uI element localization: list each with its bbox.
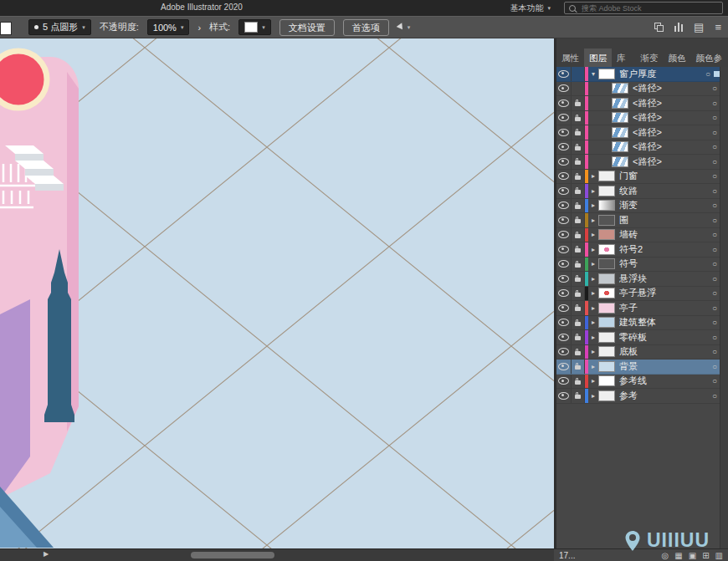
- layer-row[interactable]: <路径>○: [556, 125, 720, 140]
- target-circle[interactable]: ○: [709, 99, 720, 108]
- layer-row[interactable]: ▸零碎板○: [556, 330, 720, 345]
- visibility-toggle[interactable]: [556, 345, 572, 360]
- target-circle[interactable]: ○: [709, 259, 720, 268]
- opacity-dropdown[interactable]: 100% ▾: [147, 19, 190, 35]
- layer-name[interactable]: 符号2: [619, 243, 709, 256]
- layer-name[interactable]: 建筑整体: [619, 316, 709, 329]
- layer-name[interactable]: 窗户厚度: [619, 68, 702, 80]
- style-swatch-dropdown[interactable]: ▾: [238, 19, 271, 35]
- expand-chevron[interactable]: ›: [197, 23, 201, 33]
- layer-thumbnail[interactable]: [598, 361, 615, 372]
- target-circle[interactable]: ○: [709, 201, 720, 210]
- layer-row[interactable]: ▸参考线○: [556, 375, 720, 390]
- layer-name[interactable]: 悬浮块: [619, 273, 709, 285]
- layer-thumbnail[interactable]: [598, 346, 615, 357]
- chevron-right-icon[interactable]: ▸: [588, 348, 598, 355]
- visibility-toggle[interactable]: [556, 360, 572, 374]
- visibility-toggle[interactable]: [556, 375, 572, 389]
- tab-渐变[interactable]: 渐变: [636, 48, 664, 67]
- target-circle[interactable]: ○: [709, 157, 720, 166]
- target-circle[interactable]: ○: [709, 216, 720, 225]
- target-circle[interactable]: ○: [709, 274, 720, 283]
- layer-thumbnail[interactable]: [598, 258, 615, 269]
- chevron-right-icon[interactable]: ▸: [588, 231, 598, 238]
- visibility-toggle[interactable]: [556, 184, 572, 198]
- tab-属性[interactable]: 属性: [556, 48, 584, 67]
- visibility-toggle[interactable]: [556, 96, 572, 110]
- chevron-right-icon[interactable]: ▸: [588, 187, 598, 195]
- layer-thumbnail[interactable]: [612, 127, 628, 138]
- layer-name[interactable]: 零碎板: [619, 331, 709, 344]
- arrange-icon[interactable]: [654, 23, 664, 32]
- layer-row[interactable]: ▸纹路○: [556, 184, 720, 199]
- visibility-toggle[interactable]: [556, 170, 572, 184]
- layer-row[interactable]: ▸圈○: [556, 213, 720, 228]
- visibility-toggle[interactable]: [556, 228, 572, 242]
- layer-name[interactable]: <路径>: [633, 140, 709, 153]
- chevron-right-icon[interactable]: ▸: [588, 172, 598, 180]
- target-circle[interactable]: ○: [709, 171, 720, 181]
- layer-row[interactable]: <路径>○: [556, 155, 720, 170]
- target-circle[interactable]: ○: [709, 362, 720, 371]
- tab-图层[interactable]: 图层: [584, 48, 612, 67]
- layer-name[interactable]: 底板: [619, 345, 709, 358]
- lock-toggle[interactable]: [572, 287, 585, 301]
- target-circle[interactable]: ○: [709, 245, 720, 254]
- panel-scrollbar[interactable]: [720, 67, 728, 548]
- stock-search[interactable]: [564, 2, 723, 14]
- layer-row[interactable]: ▸悬浮块○: [556, 272, 720, 287]
- target-circle[interactable]: ○: [709, 303, 720, 313]
- lock-toggle[interactable]: [572, 301, 585, 315]
- lock-toggle[interactable]: [572, 345, 585, 360]
- lock-toggle[interactable]: [572, 272, 585, 286]
- chevron-right-icon[interactable]: ▸: [588, 260, 598, 268]
- fill-swatch[interactable]: [0, 22, 12, 35]
- layer-thumbnail[interactable]: [598, 186, 615, 196]
- layer-thumbnail[interactable]: [598, 332, 615, 343]
- layer-row[interactable]: <路径>○: [556, 82, 720, 97]
- layer-thumbnail[interactable]: [598, 390, 615, 401]
- delete-layer-icon[interactable]: ▥: [715, 551, 723, 560]
- target-circle[interactable]: ○: [702, 69, 714, 79]
- visibility-toggle[interactable]: [556, 330, 572, 344]
- visibility-toggle[interactable]: [556, 213, 572, 227]
- lock-toggle[interactable]: [572, 96, 585, 110]
- layer-row[interactable]: ▸门窗○: [556, 170, 720, 185]
- layer-thumbnail[interactable]: [598, 69, 615, 79]
- layer-name[interactable]: 亭子悬浮: [619, 287, 709, 299]
- layer-thumbnail[interactable]: [598, 244, 615, 255]
- target-circle[interactable]: ○: [709, 186, 720, 196]
- visibility-toggle[interactable]: [556, 287, 572, 301]
- layer-name[interactable]: 渐变: [619, 199, 709, 212]
- layer-thumbnail[interactable]: [598, 375, 615, 386]
- target-circle[interactable]: ○: [709, 230, 720, 239]
- layer-row[interactable]: ▸建筑整体○: [556, 316, 720, 331]
- chevron-right-icon[interactable]: ▸: [588, 334, 598, 341]
- layer-name[interactable]: 参考: [619, 390, 709, 402]
- workspace-switcher[interactable]: 基本功能 ▾: [510, 3, 551, 14]
- visibility-toggle[interactable]: [556, 67, 572, 81]
- chevron-right-icon[interactable]: ▸: [588, 392, 598, 400]
- layer-name[interactable]: <路径>: [633, 156, 709, 168]
- layer-name[interactable]: 门窗: [619, 170, 709, 182]
- tab-颜色参[interactable]: 颜色参: [691, 48, 728, 67]
- visibility-toggle[interactable]: [556, 242, 572, 257]
- layer-name[interactable]: 圈: [619, 214, 709, 227]
- locate-object-icon[interactable]: ◎: [662, 551, 669, 560]
- horizontal-scrollbar-thumb[interactable]: [191, 552, 274, 558]
- visibility-toggle[interactable]: [556, 389, 572, 403]
- lock-toggle[interactable]: [572, 330, 585, 344]
- chevron-right-icon[interactable]: ▸: [588, 201, 598, 209]
- layer-thumbnail[interactable]: [598, 273, 615, 284]
- layer-row[interactable]: ▸亭子悬浮○: [556, 287, 720, 302]
- chevron-right-icon[interactable]: ▸: [588, 246, 598, 253]
- layer-thumbnail[interactable]: [598, 171, 615, 181]
- layer-name[interactable]: <路径>: [633, 126, 709, 139]
- artboard-canvas[interactable]: [0, 38, 554, 548]
- visibility-toggle[interactable]: [556, 125, 572, 140]
- lock-toggle[interactable]: [572, 389, 585, 403]
- visibility-toggle[interactable]: [556, 316, 572, 330]
- hamburger-menu-icon[interactable]: ≡: [715, 23, 721, 32]
- layer-thumbnail[interactable]: [598, 200, 615, 211]
- layer-name[interactable]: 亭子: [619, 302, 709, 314]
